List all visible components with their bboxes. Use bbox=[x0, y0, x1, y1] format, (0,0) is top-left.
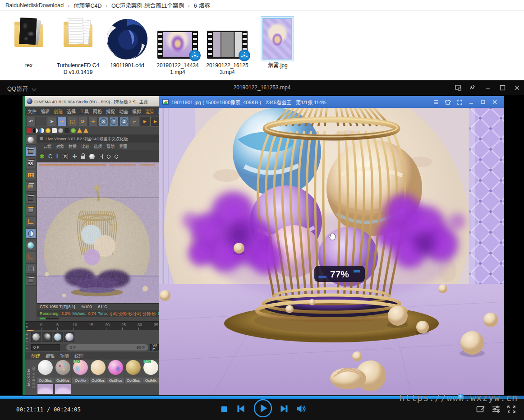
volume-button[interactable] bbox=[296, 405, 306, 413]
live-viewer-titlebar: Live Viewer 3.07-R2 中国C4D联盟中文汉化版 bbox=[37, 134, 159, 143]
watermark-text: https://www.wxzyw.cn bbox=[399, 392, 518, 403]
mini-mode-button[interactable] bbox=[452, 82, 464, 93]
minimize-button[interactable] bbox=[482, 82, 494, 93]
tile-icon bbox=[26, 263, 36, 274]
breadcrumb-item[interactable]: OC渲染案例-综合篇11个案例 bbox=[111, 1, 184, 9]
bw-sphere-icon bbox=[33, 128, 38, 133]
settings-gear-icon: ✣ bbox=[72, 153, 77, 160]
mssec-label: Ms/sec: bbox=[73, 311, 87, 316]
paint-icon bbox=[26, 252, 36, 262]
cinema4d-window-in-video: CINEMA 4D R19.024 Studio (RC - R19) - [未… bbox=[25, 96, 159, 395]
c4d-mode-toolbar bbox=[25, 134, 37, 321]
record-icon bbox=[27, 128, 32, 133]
octane-render-preview bbox=[37, 162, 159, 304]
c4d-toolbar-small bbox=[25, 127, 159, 134]
c4d-menu-item: 模拟 bbox=[132, 108, 141, 115]
viewport-solo-icon bbox=[26, 228, 36, 239]
live-viewer-title-text: Live Viewer 3.07-R2 中国C4D联盟中文汉化版 bbox=[46, 136, 128, 142]
rendered-image: 77% bbox=[159, 108, 504, 395]
file-turbulencefd[interactable]: TurbulenceFD C4D v1.0.1419 bbox=[53, 14, 103, 76]
axis-z-lock: Z bbox=[120, 117, 129, 126]
shading-sphere-icon bbox=[53, 332, 63, 342]
polygons-mode-icon bbox=[26, 205, 36, 215]
shading-sphere-icon bbox=[64, 332, 74, 342]
pin-button[interactable] bbox=[466, 82, 479, 93]
render-status-bar: Rendering: 3.2% Ms/sec: 0.74 Time: 小时:分钟… bbox=[37, 310, 159, 317]
picker-icon: ▫ bbox=[99, 154, 103, 159]
lv-menu-item: 比较 bbox=[81, 143, 89, 149]
workplane-icon bbox=[26, 170, 36, 180]
c4d-menu-item: 捕捉 bbox=[106, 108, 115, 115]
c4d-menu-item: 选择 bbox=[67, 108, 76, 115]
shading-sphere-icon bbox=[31, 332, 41, 342]
close-button[interactable] bbox=[510, 82, 523, 93]
shading-sphere-icon bbox=[42, 332, 52, 342]
video-display-area[interactable]: CINEMA 4D R19.024 Studio (RC - R19) - [未… bbox=[0, 95, 524, 396]
c4d-titlebar: CINEMA 4D R19.024 Studio (RC - R19) - [未… bbox=[25, 96, 159, 106]
ruler-tick: 10 bbox=[73, 323, 77, 327]
cursor-icon: ➤ bbox=[47, 117, 56, 126]
player-titlebar[interactable]: QQ影音 20190122_161253.mp4 bbox=[0, 80, 524, 95]
live-viewer-toolbar: ✱ C ‖ R ✣ ▫ bbox=[37, 150, 159, 162]
previous-button[interactable] bbox=[236, 405, 245, 413]
c4d-menu-item: 网格 bbox=[93, 108, 102, 115]
file-mp4-1[interactable]: 20190122_144341.mp4 bbox=[152, 14, 203, 76]
c4d-menu-item: 工具 bbox=[80, 108, 89, 115]
c4d-file-icon bbox=[102, 14, 152, 62]
c4d-menubar: 文件 编辑 创建 选择 工具 网格 捕捉 动画 模拟 渲染 雕刻 bbox=[25, 106, 159, 115]
breadcrumb-separator: › bbox=[68, 3, 69, 8]
movie-badge-icon bbox=[189, 50, 201, 61]
file-tex[interactable]: tex bbox=[4, 14, 54, 69]
material-thumbnails: OctGlos OctGlos MIXOctMix OctGlos OctGlo… bbox=[37, 360, 159, 383]
maxon-branding: MAXONCINEMA 4D bbox=[25, 360, 37, 395]
pin-icon bbox=[114, 154, 119, 159]
axis-y-lock: Y bbox=[109, 117, 119, 126]
lv-menu-item: 云端 bbox=[43, 143, 51, 149]
ruler-tick: 30 bbox=[138, 323, 142, 327]
undo-icon: ↶ bbox=[26, 117, 36, 126]
close-icon bbox=[489, 97, 501, 106]
file-c4d[interactable]: 19011901.c4d bbox=[102, 14, 152, 69]
percent-display: 77% bbox=[314, 266, 365, 282]
ruler-tick: 5 bbox=[56, 323, 59, 327]
svg-text:77%: 77% bbox=[330, 269, 349, 279]
c4d-title-text: CINEMA 4D R19.024 Studio (RC - R19) - [未… bbox=[34, 98, 148, 105]
flag-icon bbox=[83, 128, 88, 133]
live-viewer-menubar: 云端 对象 材质 比较 选项 帮助 界面 bbox=[37, 143, 159, 150]
file-mp4-2[interactable]: 20190122_161253.mp4 bbox=[202, 14, 253, 76]
playlist-settings-button[interactable] bbox=[492, 405, 501, 415]
rendering-value: 3.2% bbox=[61, 311, 71, 316]
ruler-tick: 15 bbox=[89, 323, 93, 327]
material-item: OctGlos bbox=[90, 360, 106, 383]
lv-menu-item: 帮助 bbox=[106, 143, 115, 149]
frame-end-input: 90 F bbox=[150, 344, 159, 351]
breadcrumb-item[interactable]: BaiduNetdiskDownload bbox=[5, 2, 64, 9]
next-button[interactable] bbox=[280, 405, 289, 413]
maximize-icon bbox=[477, 97, 489, 106]
viewer-titlebar: 19011901.jpg ( 1500×1800像素, 406KB ) - 23… bbox=[159, 96, 504, 108]
material-item: OctGlos bbox=[55, 360, 71, 383]
material-item: OctGlos bbox=[37, 360, 54, 383]
gpu-name: GTX 1050 Ti[T][6.1] bbox=[40, 305, 75, 309]
mat-tab: 功能 bbox=[60, 352, 69, 359]
last-tool-icon: ✛ bbox=[88, 117, 98, 126]
time-value: 小时:分钟:秒/小时:分钟:秒 bbox=[110, 311, 156, 317]
material-manager-tabs: 创建 编辑 功能 纹理 bbox=[25, 352, 159, 360]
lv-menu-item: 界面 bbox=[119, 143, 127, 149]
stop-button[interactable] bbox=[221, 406, 228, 413]
video-thumbnail bbox=[152, 14, 203, 62]
breadcrumb-item[interactable]: 付顽童C4D bbox=[74, 1, 102, 9]
file-label: 19011901.c4d bbox=[102, 62, 152, 69]
pin-icon bbox=[106, 154, 111, 159]
file-list: tex TurbulenceFD C4D v1.0.1419 19011901.… bbox=[0, 11, 524, 80]
fullscreen-button[interactable] bbox=[507, 405, 516, 415]
play-button[interactable] bbox=[253, 398, 273, 418]
mat-tab: 纹理 bbox=[74, 352, 83, 359]
c4d-menu-item: 文件 bbox=[28, 108, 37, 115]
c4d-menu-item: 动画 bbox=[119, 108, 128, 115]
lv-menu-item: 选项 bbox=[94, 143, 102, 149]
maximize-button[interactable] bbox=[496, 82, 509, 93]
screenshot-button[interactable] bbox=[476, 405, 485, 415]
file-jpg-selected[interactable]: 烟雾.jpg bbox=[253, 14, 303, 69]
breadcrumb-item[interactable]: 6-烟雾 bbox=[194, 1, 210, 9]
